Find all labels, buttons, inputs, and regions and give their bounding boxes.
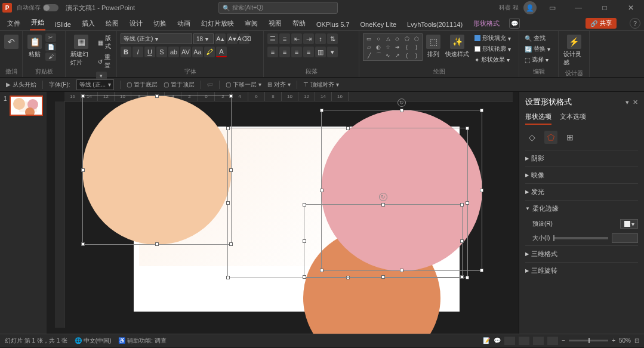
copy-icon[interactable]: 📄 xyxy=(45,43,56,51)
zoom-out-icon[interactable]: − xyxy=(562,337,565,344)
accessibility-status[interactable]: ♿ 辅助功能: 调查 xyxy=(118,337,166,345)
pane-tab-shape[interactable]: 形状选项 xyxy=(525,112,551,125)
tab-slideshow[interactable]: 幻灯片放映 xyxy=(200,17,235,30)
arrange-button[interactable]: ⬚排列 xyxy=(425,33,442,60)
notes-button[interactable]: 📝 xyxy=(483,337,490,344)
share-button[interactable]: 🔗共享 xyxy=(586,18,617,29)
tab-transition[interactable]: 切换 xyxy=(152,17,168,30)
text-direction-icon[interactable]: ⇅ xyxy=(327,33,338,44)
justify-icon[interactable]: ≡ xyxy=(303,47,314,57)
pane-dropdown-icon[interactable]: ▾ xyxy=(625,98,629,106)
slide-canvas[interactable]: 1614121086420246810121416 ↻ ↻ xyxy=(47,92,519,334)
align-right-icon[interactable]: ≡ xyxy=(291,47,302,57)
section-3drotation[interactable]: ▶三维旋转 xyxy=(525,262,638,279)
rotate-handle-icon[interactable]: ↻ xyxy=(398,98,406,107)
tab-review[interactable]: 审阅 xyxy=(244,17,259,30)
tab-draw[interactable]: 绘图 xyxy=(104,17,120,30)
autosave-toggle[interactable]: 自动保存 xyxy=(17,4,58,12)
selection-box-1[interactable] xyxy=(82,96,232,245)
bullets-icon[interactable]: ☰ xyxy=(267,33,278,44)
new-slide-button[interactable]: ▦新建幻灯片 xyxy=(69,33,94,68)
align-left-icon[interactable]: ≡ xyxy=(267,47,278,57)
zoom-level[interactable]: 50% xyxy=(619,337,631,344)
undo-button[interactable]: ↶ xyxy=(4,33,19,50)
cut-icon[interactable]: ✂ xyxy=(45,33,56,42)
section-3dformat[interactable]: ▶三维格式 xyxy=(525,245,638,262)
tab-animation[interactable]: 动画 xyxy=(176,17,192,30)
zoom-slider[interactable] xyxy=(569,340,608,341)
toggle-switch[interactable] xyxy=(43,4,58,11)
tab-lvyh[interactable]: LvyhTools(201114) xyxy=(406,19,464,30)
italic-icon[interactable]: I xyxy=(133,47,143,57)
clear-format-icon[interactable]: A⌫ xyxy=(239,33,249,44)
font-size-combo[interactable]: 18▾ xyxy=(193,33,214,44)
strike-icon[interactable]: S xyxy=(156,47,167,57)
bring-to-front-button[interactable]: ▢置于顶层 xyxy=(164,81,195,89)
normal-view-icon[interactable] xyxy=(504,337,515,345)
preset-picker[interactable]: ▾ xyxy=(620,219,638,229)
indent-dec-icon[interactable]: ⇤ xyxy=(291,33,302,44)
zoom-in-icon[interactable]: + xyxy=(612,337,615,344)
shapes-gallery[interactable]: ▭○△◇⬠⬡ ▱◐☆➜{} ╱⌒∿↗() xyxy=(363,33,423,61)
find-button[interactable]: 🔍查找 xyxy=(523,33,554,43)
slide-thumbnail-1[interactable] xyxy=(10,96,43,116)
shape-effects-button[interactable]: ✦形状效果▾ xyxy=(473,55,513,64)
size-spinner[interactable] xyxy=(612,233,638,243)
reading-view-icon[interactable] xyxy=(533,337,544,345)
selection-box-4[interactable]: ↻ xyxy=(321,110,482,271)
bold-icon[interactable]: B xyxy=(121,47,131,57)
comments-button[interactable]: 💬 xyxy=(494,337,501,344)
tab-insert[interactable]: 插入 xyxy=(81,17,96,30)
font-qb-combo[interactable]: 等线 (正...▾ xyxy=(76,79,114,90)
send-backward-button[interactable]: ▢下移一层▾ xyxy=(226,81,261,89)
numbering-icon[interactable]: ≡ xyxy=(279,33,290,44)
slideshow-view-icon[interactable] xyxy=(547,337,558,345)
reset-button[interactable]: ↺重置 xyxy=(96,53,113,70)
select-button[interactable]: ⬚选择▾ xyxy=(523,55,554,64)
search-input[interactable]: 🔍 搜索(Alt+Q) xyxy=(218,2,338,14)
smartart-icon[interactable]: ▾ xyxy=(327,47,338,57)
tab-help[interactable]: 帮助 xyxy=(291,17,307,30)
top-align-button[interactable]: ⊤顶端对齐▾ xyxy=(303,81,339,89)
help-icon[interactable]: ? xyxy=(630,18,640,29)
tab-islide[interactable]: iSlide xyxy=(54,19,72,30)
replace-button[interactable]: 🔄替换▾ xyxy=(523,44,554,54)
quick-styles-button[interactable]: ✨快速样式 xyxy=(444,33,470,60)
layout-button[interactable]: ▦版式 xyxy=(96,33,113,51)
pane-close-icon[interactable]: ✕ xyxy=(633,98,638,106)
size-slider[interactable] xyxy=(553,237,608,239)
minimize-button[interactable]: — xyxy=(568,0,589,16)
change-case-icon[interactable]: Aa xyxy=(192,47,203,57)
shape-fill-button[interactable]: 形状填充▾ xyxy=(473,33,513,43)
indent-inc-icon[interactable]: ⇥ xyxy=(303,33,314,44)
format-label-button[interactable]: 🏷 xyxy=(207,81,213,88)
shape-outline-button[interactable]: 形状轮廓▾ xyxy=(473,44,513,54)
size-props-icon[interactable]: ⊞ xyxy=(563,131,577,144)
tab-view[interactable]: 视图 xyxy=(267,17,283,30)
spacing-icon[interactable]: AV xyxy=(180,47,191,57)
maximize-button[interactable]: □ xyxy=(594,0,615,16)
comments-icon[interactable]: 💬 xyxy=(509,18,520,29)
send-to-back-button[interactable]: ▢置于底层 xyxy=(127,81,158,89)
close-button[interactable]: ✕ xyxy=(620,0,642,16)
line-spacing-icon[interactable]: ↕ xyxy=(315,33,326,44)
fit-window-icon[interactable]: ⊡ xyxy=(634,337,639,344)
designer-button[interactable]: ⚡设计灵感 xyxy=(562,33,586,68)
shadow-text-icon[interactable]: ab xyxy=(168,47,179,57)
highlight-icon[interactable]: 🖍 xyxy=(204,47,215,57)
font-color-icon[interactable]: A xyxy=(216,47,227,57)
section-softedge[interactable]: ▼柔化边缘 xyxy=(525,200,638,217)
tab-shape-format[interactable]: 形状格式 xyxy=(472,17,501,30)
paste-button[interactable]: 📋粘贴 xyxy=(26,33,43,60)
tab-home[interactable]: 开始 xyxy=(30,16,45,30)
align-button[interactable]: ⊞对齐▾ xyxy=(267,81,291,89)
tab-file[interactable]: 文件 xyxy=(6,17,21,30)
underline-icon[interactable]: U xyxy=(144,47,155,57)
tab-design[interactable]: 设计 xyxy=(128,17,144,30)
section-shadow[interactable]: ▶阴影 xyxy=(525,150,638,167)
pane-tab-text[interactable]: 文本选项 xyxy=(560,112,586,125)
fill-line-icon[interactable]: ◇ xyxy=(525,131,538,144)
sorter-view-icon[interactable] xyxy=(519,337,529,345)
effects-icon[interactable]: ⬠ xyxy=(544,131,557,144)
decrease-font-icon[interactable]: A▾ xyxy=(227,33,238,44)
